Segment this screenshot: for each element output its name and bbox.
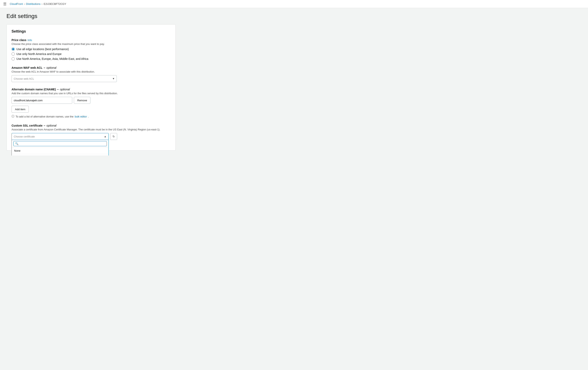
waf-select[interactable]: Choose web ACL	[11, 75, 117, 82]
ssl-none-option[interactable]: None	[12, 148, 108, 154]
waf-label: Amazon WAF web ACL – optional	[11, 66, 171, 69]
ssl-select-wrapper: Choose certificate ▲ 🔍 None	[11, 133, 109, 140]
settings-card: Settings Price class Info Choose the pri…	[7, 24, 176, 151]
cname-section: Alternate domain name (CNAME) – optional…	[11, 88, 171, 118]
price-class-info-link[interactable]: Info	[28, 39, 32, 42]
ssl-dropdown-list: 🔍 None ACM certificates cloudfront.lalun…	[11, 140, 109, 155]
radio-all-edge[interactable]: Use all edge locations (best performance…	[11, 48, 171, 51]
price-class-radio-group: Use all edge locations (best performance…	[11, 48, 171, 61]
ssl-desc: Associate a certificate from Amazon Cert…	[11, 128, 171, 131]
ssl-optional: optional	[47, 124, 56, 127]
bulk-editor-link[interactable]: bulk editor	[75, 115, 87, 118]
ssl-acm-group-label: ACM certificates	[12, 154, 108, 155]
radio-na-eu-asia[interactable]: Use North America, Europe, Asia, Middle …	[11, 57, 171, 61]
radio-na-eu-asia-input[interactable]	[11, 57, 15, 61]
add-item-button[interactable]: Add item	[11, 106, 29, 113]
waf-select-wrapper: Choose web ACL ▼	[11, 75, 117, 82]
ssl-up-arrow-icon: ▲	[104, 135, 106, 138]
cname-desc: Add the custom domain names that you use…	[11, 92, 171, 95]
menu-icon[interactable]: ☰	[3, 2, 7, 6]
top-bar: ☰ CloudFront › Distributions › E2IJ3ECBF…	[0, 0, 588, 8]
cname-row: Remove	[11, 97, 171, 104]
refresh-icon: ↻	[113, 135, 115, 138]
ssl-search-input[interactable]	[20, 142, 105, 145]
page-title: Edit settings	[7, 13, 176, 20]
breadcrumb-cloudfront[interactable]: CloudFront	[10, 2, 23, 5]
ssl-select-trigger[interactable]: Choose certificate ▲	[11, 133, 109, 140]
bulk-editor-info: ⓘ To add a list of alternative domain na…	[11, 115, 171, 118]
radio-all-edge-label: Use all edge locations (best performance…	[16, 48, 69, 51]
breadcrumb-distribution-id: E2IJ3ECBFT2CGY	[44, 2, 66, 5]
remove-button[interactable]: Remove	[74, 97, 90, 104]
radio-na-eu-input[interactable]	[11, 52, 15, 56]
bulk-info-text: To add a list of alternative domain name…	[16, 115, 74, 118]
radio-na-eu[interactable]: Use only North America and Europe	[11, 52, 171, 56]
price-class-section: Price class Info Choose the price class …	[11, 38, 171, 61]
waf-section: Amazon WAF web ACL – optional Choose the…	[11, 66, 171, 82]
cname-label: Alternate domain name (CNAME) – optional	[11, 88, 171, 91]
ssl-section: Custom SSL certificate – optional Associ…	[11, 124, 171, 140]
radio-na-eu-label: Use only North America and Europe	[16, 52, 62, 56]
ssl-placeholder: Choose certificate	[14, 135, 104, 138]
ssl-search-row: 🔍	[12, 140, 108, 148]
cname-optional: optional	[60, 88, 70, 91]
waf-optional: optional	[47, 66, 56, 69]
radio-na-eu-asia-label: Use North America, Europe, Asia, Middle …	[16, 57, 88, 61]
info-icon: ⓘ	[11, 115, 14, 118]
refresh-button[interactable]: ↻	[110, 133, 117, 140]
price-class-label: Price class Info	[11, 38, 171, 42]
page-content: Edit settings Settings Price class Info …	[0, 8, 182, 155]
card-title: Settings	[11, 29, 171, 34]
ssl-row: Choose certificate ▲ 🔍 None	[11, 133, 171, 140]
cname-input[interactable]	[11, 97, 72, 104]
ssl-search-wrap: 🔍	[13, 141, 107, 146]
breadcrumb-sep-2: ›	[42, 3, 42, 5]
ssl-search-icon: 🔍	[15, 142, 18, 145]
price-class-desc: Choose the price class associated with t…	[11, 42, 171, 45]
breadcrumb-sep-1: ›	[24, 3, 25, 5]
ssl-label: Custom SSL certificate – optional	[11, 124, 171, 127]
waf-desc: Choose the web ACL in Amazon WAF to asso…	[11, 70, 171, 73]
radio-all-edge-input[interactable]	[11, 48, 15, 51]
bulk-period: .	[88, 115, 89, 118]
breadcrumb: CloudFront › Distributions › E2IJ3ECBFT2…	[10, 2, 66, 5]
breadcrumb-distributions[interactable]: Distributions	[26, 2, 41, 5]
